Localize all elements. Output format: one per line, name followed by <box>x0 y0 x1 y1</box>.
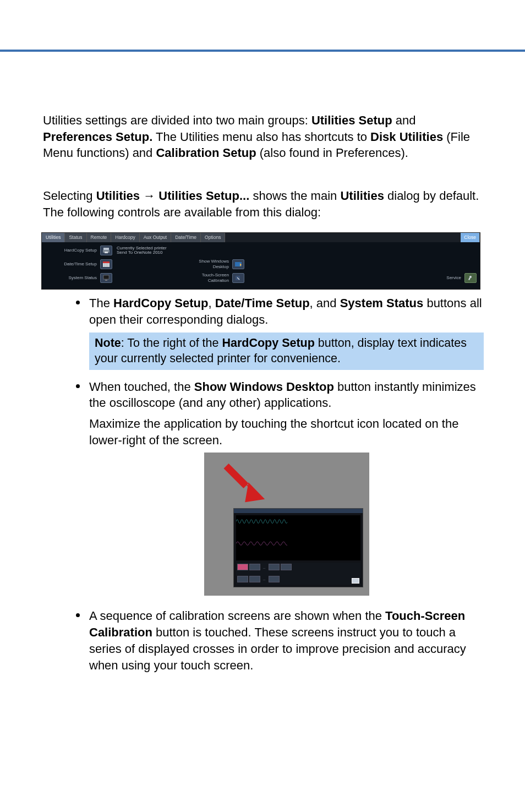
shortcut-icon[interactable] <box>352 578 359 584</box>
dialog-tabs: Utilities Status Remote Hardcopy Aux Out… <box>42 233 480 242</box>
text: (also found in Preferences). <box>256 146 408 160</box>
menu-path-strong: Utilities → Utilities Setup... <box>96 189 250 203</box>
svg-marker-16 <box>245 483 265 503</box>
hardcopy-row: HardCopy Setup Currently Selected printe… <box>45 244 477 257</box>
preview-wrap: ··· ··· <box>89 453 484 596</box>
utilities-setup-strong: Utilities Setup <box>311 113 392 127</box>
touch-screen-label: Touch-Screen Calibration <box>112 273 232 285</box>
utilities-strong: Utilities <box>340 189 384 203</box>
bullet-2-text: When touched, the Show Windows Desktop b… <box>89 379 484 411</box>
tab-options[interactable]: Options <box>201 233 225 242</box>
bullet-1-text: The HardCopy Setup, Date/Time Setup, and… <box>89 295 484 328</box>
text: Touch-Screen <box>202 273 229 277</box>
text: shows the main <box>249 189 340 203</box>
tab-hardcopy[interactable]: Hardcopy <box>111 233 139 242</box>
tab-aux-output[interactable]: Aux Output <box>140 233 172 242</box>
svg-rect-4 <box>103 261 110 263</box>
svg-marker-14 <box>223 464 248 488</box>
chip-icon <box>237 576 248 582</box>
text: A sequence of calibration screens are sh… <box>89 609 385 623</box>
header-rule <box>0 50 525 52</box>
close-button[interactable]: Close <box>461 233 480 242</box>
intro-paragraph: Utilities settings are divided into two … <box>43 112 484 161</box>
bullet-2-p2: Maximize the application by touching the… <box>89 416 484 448</box>
text: Show Windows <box>199 259 229 264</box>
red-arrow-icon <box>221 459 271 508</box>
mini-text: ··· <box>261 577 267 582</box>
calibration-setup-strong: Calibration Setup <box>156 146 256 160</box>
text: , and <box>310 296 340 310</box>
hardcopy-setup-strong: HardCopy Setup <box>113 296 208 310</box>
text: : To the right of the <box>121 336 222 350</box>
selected-printer-text: Currently Selected printer Send To OneNo… <box>117 246 167 256</box>
text: Calibration <box>208 278 229 283</box>
tab-date-time[interactable]: Date/Time <box>171 233 201 242</box>
calendar-icon[interactable] <box>100 259 112 269</box>
list-item: A sequence of calibration screens are sh… <box>76 608 484 673</box>
chip-icon <box>249 576 260 582</box>
mini-scope: ··· ··· <box>233 508 363 587</box>
chip-icon <box>269 564 280 570</box>
text: and <box>392 113 416 127</box>
chip-icon <box>249 564 260 570</box>
date-time-setup-label: Date/Time Setup <box>45 261 100 268</box>
main-content: Utilities settings are divided into two … <box>0 112 525 673</box>
selecting-paragraph: Selecting Utilities → Utilities Setup...… <box>43 188 484 220</box>
preferences-setup-strong: Preferences Setup. <box>43 130 152 144</box>
service-icon[interactable] <box>464 273 477 283</box>
monitor-icon[interactable] <box>100 273 112 283</box>
chip-icon <box>269 576 280 582</box>
hardcopy-setup-label: HardCopy Setup <box>45 248 100 254</box>
printer-icon[interactable] <box>100 246 112 255</box>
note-box: Note: To the right of the HardCopy Setup… <box>89 333 484 370</box>
list-item: The HardCopy Setup, Date/Time Setup, and… <box>76 295 484 369</box>
desktop-icon[interactable] <box>232 259 244 269</box>
disk-utilities-strong: Disk Utilities <box>370 130 443 144</box>
text: Selecting <box>43 189 96 203</box>
text: Desktop <box>213 264 229 269</box>
datetime-row: Date/Time Setup Show Windows Desktop <box>45 258 477 270</box>
text: The Utilities menu also has shortcuts to <box>152 130 370 144</box>
show-windows-desktop-strong: Show Windows Desktop <box>194 380 334 394</box>
system-status-strong: System Status <box>340 296 424 310</box>
mini-titlebar <box>234 509 363 513</box>
tab-remote[interactable]: Remote <box>87 233 112 242</box>
mini-text: ··· <box>261 566 267 570</box>
system-row: System Status Touch-Screen Calibration S… <box>45 272 477 284</box>
waveform-area <box>236 515 360 560</box>
svg-rect-2 <box>105 252 108 253</box>
text: Utilities settings are divided into two … <box>43 113 311 127</box>
tab-status[interactable]: Status <box>65 233 86 242</box>
service-label: Service <box>446 275 464 281</box>
note-label: Note <box>95 336 121 350</box>
hardcopy-setup-strong: HardCopy Setup <box>222 336 314 350</box>
bullet-3-text: A sequence of calibration screens are sh… <box>89 608 484 673</box>
text: When touched, the <box>89 380 194 394</box>
show-desktop-label: Show Windows Desktop <box>112 259 232 271</box>
chip-icon <box>237 564 248 570</box>
svg-rect-10 <box>103 275 109 279</box>
bullet-list: The HardCopy Setup, Date/Time Setup, and… <box>76 295 484 673</box>
utilities-dialog-screenshot: Utilities Status Remote Hardcopy Aux Out… <box>41 232 480 290</box>
tab-utilities[interactable]: Utilities <box>42 233 65 242</box>
oscilloscope-preview: ··· ··· <box>204 453 369 596</box>
date-time-setup-strong: Date/Time Setup <box>215 296 310 310</box>
svg-rect-11 <box>105 280 107 281</box>
dialog-body: HardCopy Setup Currently Selected printe… <box>42 242 480 289</box>
chip-icon <box>281 564 292 570</box>
touch-icon[interactable] <box>232 273 244 283</box>
text: The <box>89 296 113 310</box>
list-item: When touched, the Show Windows Desktop b… <box>76 379 484 596</box>
svg-rect-0 <box>103 248 109 250</box>
system-status-label: System Status <box>45 275 100 281</box>
text: , <box>208 296 215 310</box>
text: Send To OneNote 2010 <box>117 250 167 255</box>
mini-controls: ··· ··· <box>236 563 360 585</box>
